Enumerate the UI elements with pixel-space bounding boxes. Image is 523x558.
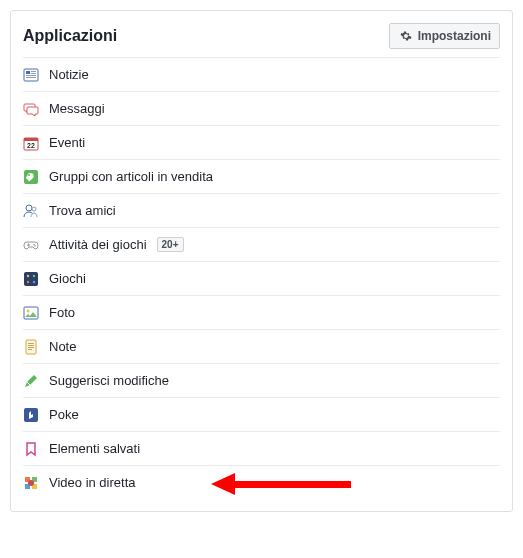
page-title: Applicazioni bbox=[23, 27, 117, 45]
svg-rect-14 bbox=[28, 243, 29, 246]
events-icon: 22 bbox=[23, 135, 39, 151]
svg-point-19 bbox=[33, 274, 35, 276]
find-friends-icon bbox=[23, 203, 39, 219]
svg-rect-1 bbox=[26, 71, 30, 74]
svg-rect-17 bbox=[24, 272, 38, 286]
svg-point-12 bbox=[32, 207, 36, 211]
messages-icon bbox=[23, 101, 39, 117]
gear-icon bbox=[398, 28, 414, 44]
item-find-friends[interactable]: Trova amici bbox=[23, 193, 500, 227]
item-events[interactable]: 22 Eventi bbox=[23, 125, 500, 159]
svg-rect-26 bbox=[28, 345, 34, 346]
item-label: Giochi bbox=[49, 271, 86, 286]
photos-icon bbox=[23, 305, 39, 321]
item-label: Gruppi con articoli in vendita bbox=[49, 169, 213, 184]
item-label: Elementi salvati bbox=[49, 441, 140, 456]
svg-rect-7 bbox=[24, 138, 38, 141]
item-notes[interactable]: Note bbox=[23, 329, 500, 363]
item-live-video[interactable]: Video in diretta bbox=[23, 465, 500, 499]
news-icon bbox=[23, 67, 39, 83]
saved-icon bbox=[23, 441, 39, 457]
item-games[interactable]: Giochi bbox=[23, 261, 500, 295]
item-label: Eventi bbox=[49, 135, 85, 150]
item-photos[interactable]: Foto bbox=[23, 295, 500, 329]
svg-point-34 bbox=[28, 480, 34, 486]
item-label: Note bbox=[49, 339, 76, 354]
card-header: Applicazioni Impostazioni bbox=[23, 23, 500, 49]
svg-point-23 bbox=[27, 309, 30, 312]
svg-point-16 bbox=[34, 245, 36, 247]
games-icon bbox=[23, 271, 39, 287]
item-suggest-edits[interactable]: Suggerisci modifiche bbox=[23, 363, 500, 397]
svg-rect-5 bbox=[26, 77, 36, 78]
live-video-icon bbox=[23, 475, 39, 491]
item-poke[interactable]: Poke bbox=[23, 397, 500, 431]
item-label: Foto bbox=[49, 305, 75, 320]
item-label: Messaggi bbox=[49, 101, 105, 116]
item-saved[interactable]: Elementi salvati bbox=[23, 431, 500, 465]
svg-rect-25 bbox=[28, 343, 34, 344]
notes-icon bbox=[23, 339, 39, 355]
poke-icon bbox=[23, 407, 39, 423]
svg-point-10 bbox=[28, 174, 30, 176]
game-activity-icon bbox=[23, 237, 39, 253]
settings-button-label: Impostazioni bbox=[418, 29, 491, 43]
svg-rect-4 bbox=[26, 75, 36, 76]
svg-rect-27 bbox=[28, 347, 34, 348]
item-label: Video in diretta bbox=[49, 475, 136, 490]
svg-point-21 bbox=[33, 280, 35, 282]
item-sale-group[interactable]: Gruppi con articoli in vendita bbox=[23, 159, 500, 193]
item-label: Trova amici bbox=[49, 203, 116, 218]
suggest-edits-icon bbox=[23, 373, 39, 389]
sale-group-icon bbox=[23, 169, 39, 185]
apps-list: Notizie Messaggi 22 Eventi Gruppi con ar… bbox=[23, 57, 500, 499]
applications-card: Applicazioni Impostazioni Notizie Messag… bbox=[10, 10, 513, 512]
settings-button[interactable]: Impostazioni bbox=[389, 23, 500, 49]
svg-rect-3 bbox=[31, 73, 36, 74]
svg-rect-22 bbox=[24, 307, 38, 319]
item-label: Suggerisci modifiche bbox=[49, 373, 169, 388]
svg-point-11 bbox=[26, 205, 32, 211]
item-game-activity[interactable]: Attività dei giochi 20+ bbox=[23, 227, 500, 261]
svg-rect-2 bbox=[31, 71, 36, 72]
item-label: Poke bbox=[49, 407, 79, 422]
item-label: Attività dei giochi bbox=[49, 237, 147, 252]
count-badge: 20+ bbox=[157, 237, 184, 252]
svg-point-18 bbox=[27, 274, 29, 276]
item-label: Notizie bbox=[49, 67, 89, 82]
svg-rect-28 bbox=[28, 349, 32, 350]
item-news[interactable]: Notizie bbox=[23, 57, 500, 91]
svg-point-20 bbox=[27, 280, 29, 282]
svg-point-15 bbox=[33, 243, 35, 245]
svg-text:22: 22 bbox=[27, 142, 35, 149]
item-messages[interactable]: Messaggi bbox=[23, 91, 500, 125]
